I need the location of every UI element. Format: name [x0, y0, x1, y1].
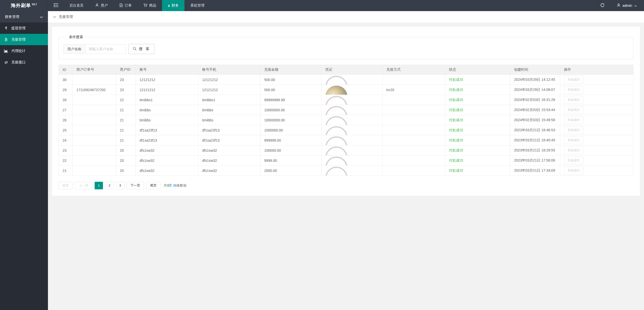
voucher-image[interactable]	[325, 126, 347, 135]
search-icon	[133, 47, 137, 51]
cell-order-no	[73, 75, 116, 85]
username-input[interactable]	[86, 44, 126, 54]
table-row: 2521df1sa23f13df1sa23f131000000.00付款成功20…	[59, 125, 633, 135]
voucher-image[interactable]	[325, 86, 347, 95]
cell-order-no	[73, 115, 116, 125]
topbar-right: admin	[600, 0, 644, 11]
top-nav: 后台首页 用户 订单 商品 ¥ 财务 系统管理	[64, 0, 210, 11]
cell-action: 充值成功	[560, 105, 633, 115]
recharge-success-button[interactable]: 充值成功	[564, 106, 583, 114]
voucher-image[interactable]	[325, 167, 347, 175]
cell-amount: 500.00	[260, 85, 321, 95]
cell-voucher	[321, 166, 383, 176]
voucher-image[interactable]	[325, 146, 347, 155]
cell-id: 30	[59, 75, 73, 85]
table-body: 30231212121212121212500.00付款成功2024年03月29…	[59, 75, 633, 176]
column-header: 状态	[445, 65, 510, 75]
recharge-success-button[interactable]: 充值成功	[564, 157, 583, 164]
voucher-image[interactable]	[325, 116, 347, 125]
cell-created: 2024年02月03日 16:31:26	[510, 95, 560, 105]
sidebar-item-agent-stats[interactable]: 代理统计	[0, 45, 48, 57]
table-row: 29171169248737292231212121212121212500.0…	[59, 85, 633, 95]
bitcoin-icon: ₿	[4, 37, 9, 42]
chevron-up-icon	[634, 4, 637, 8]
table-row: 2621timibbstimibbs10000000.00付款成功2024年02…	[59, 115, 633, 125]
search-fieldset: 条件搜索 用户名称 搜 索	[59, 35, 633, 59]
cell-amount: 10000000.00	[260, 105, 321, 115]
page-title: 充值管理	[59, 15, 73, 19]
sidebar-item-recharge[interactable]: ₿ 充值管理	[0, 34, 48, 45]
cell-account: timibbs	[136, 105, 198, 115]
voucher-wrap	[325, 115, 379, 125]
cell-method	[383, 135, 445, 145]
cell-id: 28	[59, 95, 73, 105]
sidebar-item-withdraw[interactable]: ₹ 提现管理	[0, 22, 48, 34]
voucher-wrap	[325, 156, 379, 165]
recharge-success-button[interactable]: 充值成功	[564, 136, 583, 144]
payment-status: 付款成功	[449, 168, 463, 172]
admin-user-icon	[617, 3, 621, 8]
page-number-button[interactable]: 2	[105, 182, 114, 189]
cell-id: 23	[59, 145, 73, 156]
breadcrumb-arrow-icon: ≫	[53, 15, 57, 19]
cell-user-id: 23	[116, 85, 136, 95]
order-icon	[119, 3, 123, 8]
voucher-image[interactable]	[325, 76, 347, 85]
page-last-button[interactable]: 尾页	[146, 182, 160, 189]
recharge-success-button[interactable]: 充值成功	[564, 96, 583, 104]
cell-status: 付款成功	[445, 105, 510, 115]
cell-method	[383, 105, 445, 115]
recharge-success-button[interactable]: 充值成功	[564, 86, 583, 94]
recharge-success-button[interactable]: 充值成功	[564, 126, 583, 134]
sidebar-section-finance[interactable]: 财务管理	[0, 11, 48, 22]
search-button[interactable]: 搜 索	[128, 44, 154, 54]
menu-fold-button[interactable]	[48, 0, 64, 11]
app-title: 海外刷单	[11, 2, 31, 9]
page-number-button[interactable]: 3	[116, 182, 124, 189]
recharge-success-button[interactable]: 充值成功	[564, 116, 583, 124]
rupee-icon: ₹	[4, 26, 9, 31]
cell-order-no	[73, 125, 116, 135]
cell-account: timibbs1	[136, 95, 198, 105]
cell-voucher	[321, 156, 383, 166]
page-number-button[interactable]: 1	[95, 182, 103, 189]
admin-username: admin	[623, 4, 632, 8]
nav-item-users[interactable]: 用户	[89, 0, 114, 11]
voucher-image[interactable]	[325, 96, 347, 105]
cell-phone: 12121212	[198, 85, 260, 95]
page-first-button[interactable]: 首页	[59, 182, 73, 189]
cell-account: dfs1sw32	[136, 156, 198, 166]
voucher-wrap	[325, 85, 379, 95]
nav-item-finance[interactable]: ¥ 财务	[162, 0, 184, 11]
cell-id: 21	[59, 166, 73, 176]
cell-voucher	[321, 115, 383, 125]
recharge-success-button[interactable]: 充值成功	[564, 76, 583, 84]
payment-status: 付款成功	[449, 158, 463, 162]
recharge-success-button[interactable]: 充值成功	[564, 146, 583, 154]
voucher-image[interactable]	[325, 106, 347, 115]
summary-prefix: 共	[164, 184, 167, 187]
column-header: 凭证	[321, 65, 383, 75]
page-next-button[interactable]: 下一页	[127, 182, 144, 189]
cell-id: 26	[59, 115, 73, 125]
cell-order-no	[73, 166, 116, 176]
refresh-button[interactable]	[600, 3, 605, 8]
sidebar-item-recharge-api[interactable]: ⇄ 充值接口	[0, 57, 48, 68]
nav-item-products[interactable]: 商品	[138, 0, 162, 11]
voucher-image[interactable]	[325, 136, 347, 145]
cell-user-id: 22	[116, 95, 136, 105]
admin-menu[interactable]: admin	[617, 3, 637, 8]
sidebar-section-label: 财务管理	[5, 15, 19, 19]
voucher-image[interactable]	[325, 157, 347, 165]
cell-action: 充值成功	[560, 75, 633, 85]
search-row: 用户名称 搜 索	[63, 44, 629, 54]
sidebar-item-label: 充值接口	[11, 60, 25, 65]
pagination: 首页 上一页 123 下一页 尾页 共3页 30条数据	[59, 182, 633, 189]
nav-item-orders[interactable]: 订单	[114, 0, 138, 11]
nav-item-system[interactable]: 系统管理	[184, 0, 210, 11]
cell-voucher	[321, 125, 383, 135]
recharge-success-button[interactable]: 充值成功	[564, 167, 583, 174]
cell-voucher	[321, 85, 383, 95]
nav-item-dashboard[interactable]: 后台首页	[64, 0, 89, 11]
page-prev-button[interactable]: 上一页	[75, 182, 92, 189]
